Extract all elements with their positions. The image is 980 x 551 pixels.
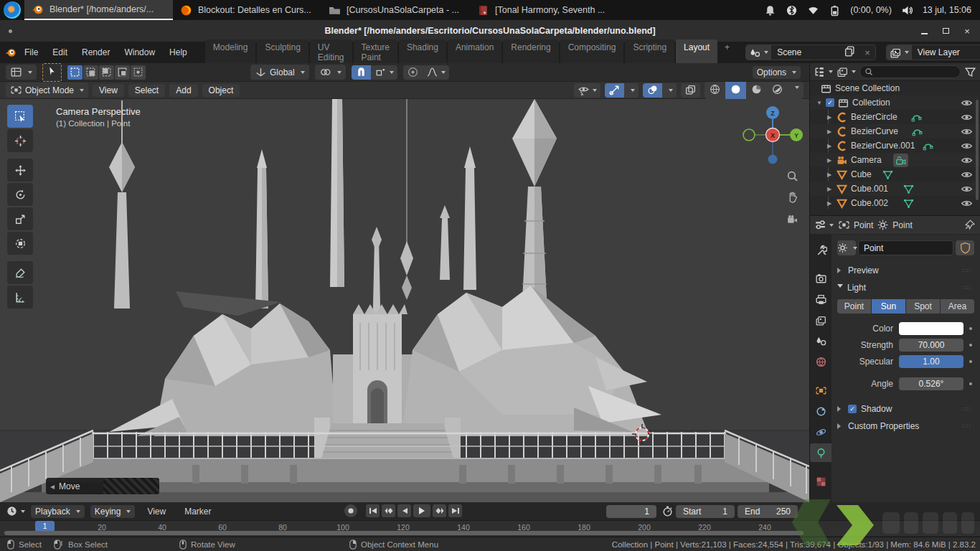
strength-field[interactable]: 70.000 [899, 339, 963, 352]
tool-move[interactable] [7, 159, 33, 182]
angle-field[interactable]: 0.526° [899, 377, 963, 390]
notification-bell-icon[interactable] [764, 4, 776, 17]
viewport-menu-add[interactable]: Add [169, 84, 197, 97]
tab-data-properties[interactable] [810, 443, 831, 462]
tab-modeling[interactable]: Modeling [205, 39, 256, 65]
animate-dot[interactable] [969, 327, 972, 330]
breadcrumb-data[interactable]: Point [892, 220, 912, 230]
panel-drag-grip[interactable]: :::: [962, 267, 971, 273]
color-swatch[interactable] [899, 322, 963, 335]
tool-scale[interactable] [7, 207, 33, 230]
hide-eye-icon[interactable] [961, 111, 973, 123]
tool-select-box[interactable] [7, 105, 33, 128]
proportional-toggle[interactable] [403, 65, 423, 80]
menu-help[interactable]: Help [163, 45, 194, 60]
wifi-icon[interactable] [807, 4, 819, 17]
current-frame-field[interactable]: 1 [606, 505, 656, 518]
viewport-canvas[interactable]: Camera Perspective (1) Collection | Poin… [0, 99, 809, 502]
zoom-button[interactable] [783, 166, 801, 185]
shading-material[interactable] [746, 82, 767, 99]
light-browse-button[interactable] [837, 240, 856, 255]
shading-chevron[interactable] [788, 82, 804, 99]
tab-constraints-properties[interactable] [810, 402, 831, 420]
hide-eye-icon[interactable] [961, 140, 973, 152]
tab-render-properties[interactable] [810, 269, 831, 288]
light-type-spot[interactable]: Spot [906, 299, 940, 314]
app-launcher-button[interactable] [0, 0, 24, 20]
select-mode-new[interactable] [67, 65, 83, 80]
outliner-editor-type-button[interactable] [814, 66, 833, 78]
falloff-dropdown[interactable] [423, 65, 449, 80]
hide-eye-icon[interactable] [961, 154, 973, 166]
expand-arrow-icon[interactable]: ▶ [826, 114, 833, 121]
options-dropdown[interactable]: Options [753, 66, 801, 79]
outliner-display-mode-button[interactable] [837, 66, 856, 78]
menu-window[interactable]: Window [118, 45, 161, 60]
preview-range-button[interactable] [661, 505, 674, 519]
shadow-checkbox[interactable]: ✓ [848, 405, 857, 413]
operator-panel[interactable]: ◂ Move [46, 478, 159, 494]
outliner-row-beziercurve[interactable]: ▶ BezierCurve [810, 124, 980, 138]
outliner-row-cube[interactable]: ▶ Cube [810, 167, 980, 182]
expand-arrow-icon[interactable]: ▶ [826, 157, 833, 164]
timeline-editor-type-button[interactable] [6, 505, 25, 517]
expand-arrow-icon[interactable]: ▼ [816, 100, 823, 106]
light-type-point[interactable]: Point [837, 299, 871, 314]
outliner-row-collection[interactable]: ▼ ✓ Collection [810, 95, 980, 110]
snap-toggle[interactable] [352, 65, 371, 80]
hide-eye-icon[interactable] [961, 97, 973, 109]
tab-sculpting[interactable]: Sculpting [257, 39, 308, 65]
properties-editor-type-button[interactable] [814, 219, 834, 231]
panel-drag-grip[interactable]: :::: [962, 423, 971, 429]
tab-view-layer-properties[interactable] [810, 311, 831, 329]
fake-user-button[interactable] [956, 240, 974, 255]
close-button[interactable]: × [961, 25, 973, 37]
light-type-sun[interactable]: Sun [872, 299, 905, 314]
gizmos-chevron[interactable] [624, 83, 639, 98]
outliner-row-cube-001[interactable]: ▶ Cube.001 [810, 182, 980, 196]
select-mode-invert[interactable] [115, 65, 130, 80]
outliner-row-beziercircle[interactable]: ▶ BezierCircle [810, 110, 980, 124]
outliner-row-scene-collection[interactable]: Scene Collection [810, 81, 980, 95]
taskbar-item-files[interactable]: [CursosUnaSolaCarpeta - ... [321, 0, 470, 20]
breadcrumb-object[interactable]: Point [854, 220, 873, 230]
taskbar-item-firefox[interactable]: Blockout: Detalles en Curs... [173, 0, 321, 20]
maximize-button[interactable] [940, 25, 951, 37]
specular-slider[interactable]: 1.00 [899, 355, 963, 368]
play-reverse-button[interactable] [397, 504, 411, 517]
tab-layout[interactable]: Layout [676, 39, 717, 65]
timeline-marker-menu[interactable]: Marker [178, 504, 217, 519]
panel-shadow-header[interactable]: ✓ Shadow :::: [837, 401, 974, 416]
filter-icon[interactable] [964, 66, 976, 78]
tool-rotate[interactable] [7, 183, 33, 206]
menu-edit[interactable]: Edit [46, 45, 74, 60]
animate-dot[interactable] [969, 344, 972, 347]
expand-arrow-icon[interactable]: ▶ [826, 143, 833, 149]
battery-icon[interactable] [829, 4, 841, 17]
hide-eye-icon[interactable] [961, 197, 973, 209]
shading-wireframe[interactable] [705, 82, 725, 99]
keying-menu[interactable]: Keying [90, 505, 136, 518]
tab-uv-editing[interactable]: UV Editing [310, 39, 352, 65]
panel-custom-properties-header[interactable]: Custom Properties :::: [837, 418, 974, 433]
outliner-row-beziercurve-001[interactable]: ▶ BezierCurve.001 [810, 138, 980, 153]
outliner-row-cube-002[interactable]: ▶ Cube.002 [810, 196, 980, 210]
view-layer-browse-button[interactable] [887, 45, 912, 60]
tool-cursor[interactable] [7, 129, 33, 152]
tab-compositing[interactable]: Compositing [560, 39, 624, 65]
tab-animation[interactable]: Animation [448, 39, 501, 65]
frame-start-field[interactable]: Start 1 [676, 505, 735, 518]
play-button[interactable] [413, 504, 430, 517]
scene-name[interactable]: Scene [771, 47, 840, 57]
new-scene-button[interactable] [840, 45, 859, 60]
view-layer-name[interactable]: View Layer [912, 47, 980, 57]
next-keyframe-button[interactable] [433, 504, 446, 517]
tab-world-properties[interactable] [810, 352, 831, 371]
panel-light-header[interactable]: Light :::: [837, 280, 974, 295]
expand-arrow-icon[interactable]: ▶ [826, 128, 833, 135]
overlays-chevron[interactable] [662, 83, 677, 98]
tab-scene-properties[interactable] [810, 331, 831, 350]
hide-eye-icon[interactable] [961, 169, 973, 181]
blender-logo-icon[interactable] [4, 47, 17, 59]
minimize-button[interactable] [918, 25, 930, 37]
